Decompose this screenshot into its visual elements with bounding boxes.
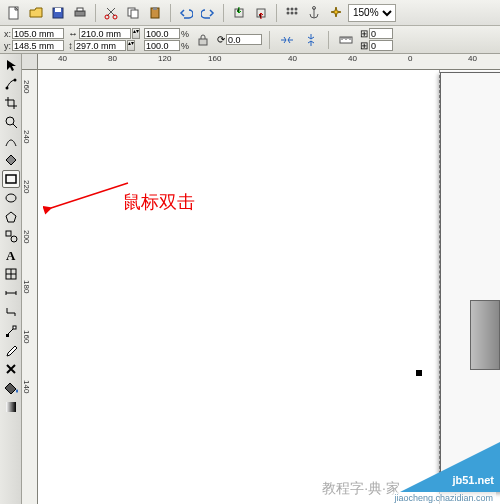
eyedropper-tool[interactable] — [2, 341, 20, 359]
svg-rect-31 — [6, 334, 9, 337]
scale-x-input[interactable] — [144, 28, 180, 39]
ruler-tick: 40 — [348, 54, 357, 63]
freehand-tool[interactable] — [2, 132, 20, 150]
canvas[interactable]: 鼠标双击 — [38, 70, 500, 504]
canvas-area: 40 80 120 160 40 40 0 40 260 240 220 200… — [22, 54, 500, 504]
fill-tool[interactable] — [2, 379, 20, 397]
lock-ratio-icon[interactable] — [193, 30, 213, 50]
svg-rect-20 — [199, 39, 207, 45]
text-tool[interactable]: A — [2, 246, 20, 264]
mirror-h-icon[interactable] — [277, 30, 297, 50]
svg-rect-33 — [6, 402, 16, 412]
svg-point-13 — [287, 7, 290, 10]
ruler-tick: 140 — [22, 380, 31, 393]
ruler-tick: 80 — [108, 54, 117, 63]
nudge-field: ⊞ ⊞ — [360, 28, 393, 51]
height-icon: ↕ — [68, 40, 73, 51]
height-spinner[interactable]: ▴▾ — [127, 40, 135, 51]
basic-shapes-tool[interactable] — [2, 227, 20, 245]
interactive-tool[interactable] — [2, 322, 20, 340]
shape-tool[interactable] — [2, 75, 20, 93]
svg-rect-8 — [131, 10, 138, 18]
percent-label: % — [181, 41, 189, 51]
ellipse-tool[interactable] — [2, 189, 20, 207]
spark-icon[interactable] — [326, 3, 346, 23]
polygon-tool[interactable] — [2, 208, 20, 226]
ruler-tick: 160 — [22, 330, 31, 343]
rotation-field: ⟳ — [217, 34, 262, 45]
cut-icon[interactable] — [101, 3, 121, 23]
separator — [170, 4, 171, 22]
copy-icon[interactable] — [123, 3, 143, 23]
nudge-x-icon: ⊞ — [360, 28, 368, 39]
percent-label: % — [181, 29, 189, 39]
rendered-object[interactable] — [470, 300, 500, 370]
rotation-input[interactable] — [226, 34, 262, 45]
svg-rect-25 — [6, 175, 16, 183]
selection-handle[interactable] — [416, 370, 422, 376]
export-icon[interactable] — [251, 3, 271, 23]
svg-point-14 — [291, 7, 294, 10]
ruler-tick: 180 — [22, 280, 31, 293]
smart-fill-tool[interactable] — [2, 151, 20, 169]
ruler-tick: 160 — [208, 54, 221, 63]
dimension-tool[interactable] — [2, 284, 20, 302]
paste-icon[interactable] — [145, 3, 165, 23]
ruler-tick: 40 — [288, 54, 297, 63]
svg-text:A: A — [6, 248, 16, 262]
new-file-icon[interactable] — [4, 3, 24, 23]
svg-rect-32 — [13, 326, 16, 329]
import-icon[interactable] — [229, 3, 249, 23]
table-tool[interactable] — [2, 265, 20, 283]
pick-tool[interactable] — [2, 56, 20, 74]
anchor-icon[interactable] — [304, 3, 324, 23]
y-input[interactable] — [12, 40, 64, 51]
separator — [223, 4, 224, 22]
ruler-horizontal[interactable]: 40 80 120 160 40 40 0 40 — [38, 54, 500, 70]
connector-tool[interactable] — [2, 303, 20, 321]
svg-point-26 — [6, 194, 16, 202]
mirror-v-icon[interactable] — [301, 30, 321, 50]
scale-y-input[interactable] — [144, 40, 180, 51]
interactive-fill-tool[interactable] — [2, 398, 20, 416]
width-spinner[interactable]: ▴▾ — [132, 28, 140, 39]
x-input[interactable] — [12, 28, 64, 39]
nudge-y-input[interactable] — [369, 40, 393, 51]
svg-rect-10 — [153, 7, 157, 10]
toolbox: A — [0, 54, 22, 504]
width-input[interactable] — [79, 28, 131, 39]
zoom-tool[interactable] — [2, 113, 20, 131]
outline-tool[interactable] — [2, 360, 20, 378]
ruler-corner[interactable] — [22, 54, 38, 70]
zoom-select[interactable]: 150% — [348, 4, 396, 22]
undo-icon[interactable] — [176, 3, 196, 23]
svg-point-28 — [11, 236, 17, 242]
ruler-tick: 40 — [468, 54, 477, 63]
nudge-x-input[interactable] — [369, 28, 393, 39]
svg-point-18 — [295, 11, 298, 14]
svg-point-22 — [5, 87, 8, 90]
rotate-icon: ⟳ — [217, 34, 225, 45]
crop-tool[interactable] — [2, 94, 20, 112]
page-shadow — [440, 72, 500, 492]
redo-icon[interactable] — [198, 3, 218, 23]
width-icon: ↔ — [68, 28, 78, 39]
units-icon[interactable] — [336, 30, 356, 50]
rectangle-tool[interactable] — [2, 170, 20, 188]
ruler-tick: 120 — [158, 54, 171, 63]
app-launcher-icon[interactable] — [282, 3, 302, 23]
ruler-tick: 260 — [22, 80, 31, 93]
svg-rect-2 — [55, 8, 61, 12]
annotation-text: 鼠标双击 — [123, 190, 195, 214]
ruler-vertical[interactable]: 260 240 220 200 180 160 140 — [22, 70, 38, 504]
save-icon[interactable] — [48, 3, 68, 23]
svg-point-16 — [287, 11, 290, 14]
print-icon[interactable] — [70, 3, 90, 23]
open-file-icon[interactable] — [26, 3, 46, 23]
scale-field: % % — [144, 28, 189, 51]
svg-rect-27 — [6, 231, 11, 236]
separator — [276, 4, 277, 22]
watermark-sub: jiaocheng.chazidian.com — [391, 492, 496, 504]
annotation-arrow — [43, 178, 133, 218]
height-input[interactable] — [74, 40, 126, 51]
